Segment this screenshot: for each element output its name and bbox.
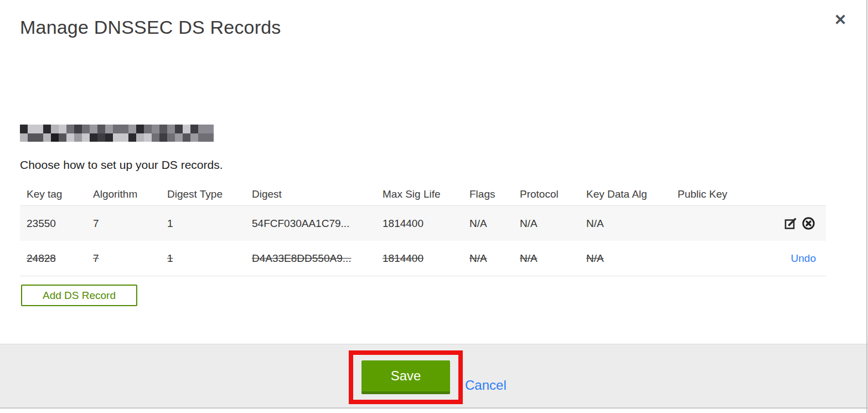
- redacted-pixel: [144, 125, 152, 133]
- cell-flags: N/A: [469, 218, 520, 230]
- redacted-pixel: [159, 133, 167, 142]
- cell-algorithm: 7: [93, 252, 167, 265]
- redacted-pixel: [35, 133, 43, 142]
- redacted-pixel: [152, 133, 159, 142]
- edit-icon[interactable]: [783, 216, 798, 231]
- redacted-pixel: [128, 133, 136, 142]
- column-header-max-sig-life: Max Sig Life: [383, 188, 469, 200]
- row-actions: Undo: [755, 252, 826, 265]
- cell-key-data-alg: N/A: [586, 218, 678, 230]
- redacted-pixel: [136, 125, 144, 133]
- redacted-pixel: [35, 125, 43, 133]
- cell-protocol: N/A: [520, 218, 586, 230]
- save-button[interactable]: Save: [361, 360, 450, 394]
- cell-digest-type: 1: [167, 218, 252, 230]
- redacted-pixel: [82, 125, 90, 133]
- redacted-pixel: [183, 125, 190, 133]
- window-right-border: [866, 0, 867, 413]
- redacted-pixel: [144, 133, 152, 142]
- column-header-protocol: Protocol: [520, 188, 586, 200]
- redacted-pixel: [105, 133, 113, 142]
- redacted-pixel: [28, 125, 35, 133]
- cell-digest: D4A33E8DD550A9...: [252, 252, 383, 265]
- cell-max-sig-life: 1814400: [383, 218, 469, 230]
- redacted-pixel: [97, 125, 105, 133]
- manage-dnssec-modal: Manage DNSSEC DS Records ✕ Choose how to…: [0, 0, 868, 413]
- cell-protocol: N/A: [520, 252, 586, 265]
- redacted-pixel: [90, 125, 97, 133]
- table-row: 23550 7 1 54FCF030AA1C79... 1814400 N/A …: [20, 205, 826, 241]
- ds-records-table: Key tag Algorithm Digest Type Digest Max…: [20, 183, 826, 276]
- add-ds-record-button[interactable]: Add DS Record: [21, 285, 137, 306]
- redacted-pixel: [136, 133, 144, 142]
- redacted-pixel: [113, 133, 121, 142]
- cell-key-tag: 24828: [27, 252, 93, 265]
- cell-max-sig-life: 1814400: [383, 252, 469, 265]
- cell-digest-type: 1: [167, 252, 252, 265]
- redacted-pixel: [51, 125, 59, 133]
- column-header-key-tag: Key tag: [27, 188, 93, 200]
- instruction-text: Choose how to set up your DS records.: [20, 158, 223, 172]
- redacted-pixel: [74, 125, 82, 133]
- redacted-pixel: [66, 133, 74, 142]
- redacted-pixel: [167, 133, 175, 142]
- redacted-pixel: [74, 133, 82, 142]
- cell-key-data-alg: N/A: [586, 252, 678, 265]
- redacted-pixel: [66, 125, 74, 133]
- column-header-algorithm: Algorithm: [93, 188, 167, 200]
- redacted-pixel: [175, 133, 183, 142]
- redacted-pixel: [198, 133, 206, 142]
- redacted-pixel: [20, 133, 28, 142]
- page-title: Manage DNSSEC DS Records: [20, 17, 281, 38]
- redacted-pixel: [121, 125, 128, 133]
- column-header-key-data-alg: Key Data Alg: [586, 188, 678, 200]
- redacted-pixel: [97, 133, 105, 142]
- redacted-pixel: [206, 125, 214, 133]
- redacted-pixel: [190, 125, 198, 133]
- redacted-pixel: [206, 133, 214, 142]
- redacted-domain: [20, 125, 214, 142]
- redacted-pixel: [105, 125, 113, 133]
- redacted-pixel: [183, 133, 190, 142]
- column-header-public-key: Public Key: [678, 188, 755, 200]
- close-icon[interactable]: ✕: [831, 11, 849, 29]
- redacted-pixel: [28, 133, 35, 142]
- delete-icon[interactable]: [800, 216, 816, 231]
- redacted-pixel: [59, 125, 66, 133]
- modal-footer: Save Cancel: [0, 344, 868, 409]
- redacted-pixel: [190, 133, 198, 142]
- redacted-pixel: [198, 125, 206, 133]
- undo-link[interactable]: Undo: [791, 252, 816, 265]
- redacted-pixel: [90, 133, 97, 142]
- redacted-pixel: [20, 125, 28, 133]
- cell-flags: N/A: [469, 252, 520, 265]
- cell-key-tag: 23550: [27, 218, 93, 230]
- redacted-pixel: [43, 125, 51, 133]
- row-actions: [755, 216, 826, 231]
- redacted-pixel: [167, 125, 175, 133]
- redacted-pixel: [175, 125, 183, 133]
- cell-digest: 54FCF030AA1C79...: [252, 218, 383, 230]
- redacted-pixel: [152, 125, 159, 133]
- annotation-highlight-box: Save: [349, 350, 463, 404]
- table-row-deleted: 24828 7 1 D4A33E8DD550A9... 1814400 N/A …: [20, 241, 826, 276]
- redacted-pixel: [82, 133, 90, 142]
- cell-algorithm: 7: [93, 218, 167, 230]
- table-header-row: Key tag Algorithm Digest Type Digest Max…: [20, 183, 826, 205]
- cancel-link[interactable]: Cancel: [465, 378, 507, 393]
- column-header-digest: Digest: [252, 188, 383, 200]
- column-header-digest-type: Digest Type: [167, 188, 252, 200]
- column-header-flags: Flags: [469, 188, 520, 200]
- redacted-pixel: [113, 125, 121, 133]
- redacted-pixel: [159, 125, 167, 133]
- redacted-pixel: [121, 133, 128, 142]
- redacted-pixel: [51, 133, 59, 142]
- redacted-pixel: [128, 125, 136, 133]
- redacted-pixel: [43, 133, 51, 142]
- redacted-pixel: [59, 133, 66, 142]
